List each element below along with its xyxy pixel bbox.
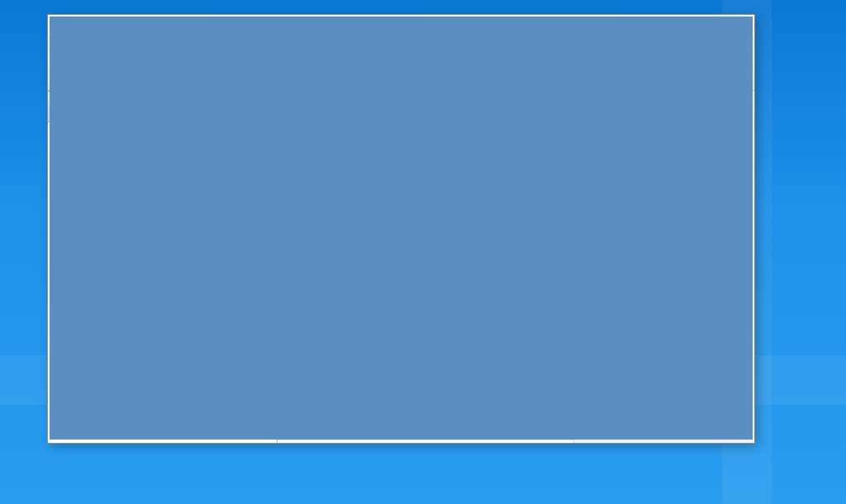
section-usb[interactable]: USB Upravljač USB-a:OHCI, EHCI [278,440,573,443]
preview-pane: Pregled Ubuntu [574,91,754,443]
preview-icon [581,102,582,104]
virtualbox-window: Oracle VM VirtualBox Upravitelj Datoteka… [47,14,755,444]
